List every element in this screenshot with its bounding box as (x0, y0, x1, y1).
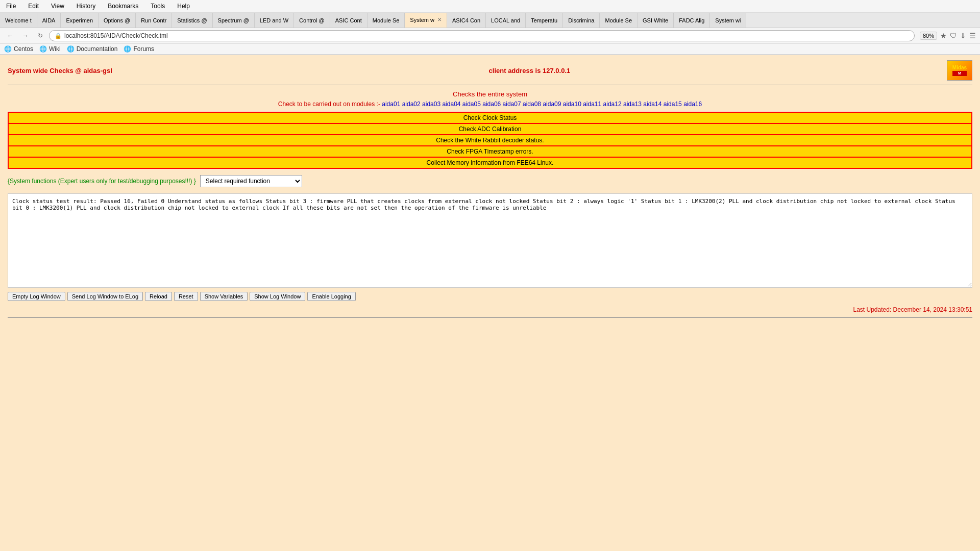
tab-local[interactable]: LOCAL and (486, 13, 526, 28)
address-bar: ← → ↻ 🔒 localhost:8015/AIDA/Check/Check.… (0, 28, 980, 44)
log-window[interactable]: Clock status test result: Passed 16, Fai… (8, 193, 972, 288)
tab-experiment[interactable]: Experimen (61, 13, 99, 28)
menu-tools[interactable]: Tools (149, 2, 167, 11)
show-variables-button[interactable]: Show Variables (200, 292, 248, 301)
security-icon: 🔒 (55, 33, 62, 39)
tab-welcome[interactable]: Welcome t (0, 13, 37, 28)
check-adc-calibration-button[interactable]: Check ADC Calibration (8, 123, 972, 135)
tab-fadc[interactable]: FADC Alig (674, 13, 710, 28)
check-fpga-timestamp-button[interactable]: Check FPGA Timestamp errors. (8, 146, 972, 157)
menu-view[interactable]: View (49, 2, 66, 11)
globe-icon-wiki: 🌐 (39, 45, 47, 53)
menu-help[interactable]: Help (175, 2, 192, 11)
module-link-aida02[interactable]: aida02 (402, 101, 421, 108)
back-button[interactable]: ← (4, 31, 16, 41)
empty-log-button[interactable]: Empty Log Window (8, 292, 65, 301)
tab-spectrum[interactable]: Spectrum @ (213, 13, 255, 28)
checks-section: Checks the entire system Check to be car… (8, 90, 972, 169)
menu-edit[interactable]: Edit (26, 2, 41, 11)
client-address: client address is 127.0.0.1 (489, 67, 571, 74)
send-log-elog-button[interactable]: Send Log Window to ELog (67, 292, 143, 301)
bookmarks-bar: 🌐 Centos 🌐 Wiki 🌐 Documentation 🌐 Forums (0, 44, 980, 55)
tab-control[interactable]: Control @ (294, 13, 330, 28)
download-icon[interactable]: ⇓ (960, 32, 966, 40)
header-divider (8, 85, 972, 85)
tab-options[interactable]: Options @ (99, 13, 136, 28)
collect-memory-button[interactable]: Collect Memory information from FEE64 Li… (8, 157, 972, 168)
url-box[interactable]: 🔒 localhost:8015/AIDA/Check/Check.tml (49, 30, 915, 41)
browser-chrome: File Edit View History Bookmarks Tools H… (0, 0, 980, 55)
module-link-aida09[interactable]: aida09 (543, 101, 561, 108)
module-link-aida04[interactable]: aida04 (442, 101, 460, 108)
modules-line: Check to be carried out on modules :- ai… (8, 101, 972, 108)
tab-aida[interactable]: AIDA (37, 13, 61, 28)
module-link-aida11[interactable]: aida11 (583, 101, 601, 108)
midas-logo: Midas M (947, 60, 972, 81)
module-link-aida13[interactable]: aida13 (623, 101, 642, 108)
checks-title: Checks the entire system (8, 90, 972, 98)
module-link-aida15[interactable]: aida15 (664, 101, 682, 108)
bookmark-star-icon[interactable]: ★ (940, 32, 947, 40)
enable-logging-button[interactable]: Enable Logging (307, 292, 355, 301)
tab-asic-cont[interactable]: ASIC Cont (330, 13, 368, 28)
tab-gsi-white[interactable]: GSI White (638, 13, 674, 28)
tab-temperature[interactable]: Temperatu (526, 13, 563, 28)
footer-divider (8, 317, 972, 318)
menu-icon[interactable]: ☰ (969, 32, 976, 40)
last-updated: Last Updated: December 14, 2024 13:30:51 (8, 306, 972, 313)
menu-file[interactable]: File (4, 2, 18, 11)
check-white-rabbit-button[interactable]: Check the White Rabbit decoder status. (8, 135, 972, 146)
tab-close-icon[interactable]: ✕ (437, 17, 442, 22)
module-link-aida06[interactable]: aida06 (482, 101, 501, 108)
bookmark-wiki[interactable]: 🌐 Wiki (39, 45, 61, 53)
page-content: System wide Checks @ aidas-gsl client ad… (0, 55, 980, 545)
menu-bookmarks[interactable]: Bookmarks (106, 2, 140, 11)
bookmark-documentation[interactable]: 🌐 Documentation (67, 45, 118, 53)
module-link-aida10[interactable]: aida10 (563, 101, 581, 108)
tab-statistics[interactable]: Statistics @ (172, 13, 212, 28)
address-icons: ★ 🛡 ⇓ ☰ (940, 32, 976, 40)
forward-button[interactable]: → (19, 31, 32, 41)
tab-bar: Welcome t AIDA Experimen Options @ Run C… (0, 13, 980, 28)
menu-bar: File Edit View History Bookmarks Tools H… (0, 0, 980, 13)
reset-button[interactable]: Reset (174, 292, 198, 301)
tab-run-control[interactable]: Run Contr (136, 13, 172, 28)
tab-discrimina[interactable]: Discrimina (563, 13, 600, 28)
zoom-level: 80% (920, 32, 937, 40)
module-link-aida14[interactable]: aida14 (643, 101, 662, 108)
globe-icon-centos: 🌐 (4, 45, 12, 53)
bottom-buttons: Empty Log Window Send Log Window to ELog… (8, 292, 972, 301)
module-link-aida03[interactable]: aida03 (422, 101, 440, 108)
page-title: System wide Checks @ aidas-gsl (8, 67, 112, 74)
check-clock-status-button[interactable]: Check Clock Status (8, 112, 972, 123)
tab-module-se2[interactable]: Module Se (600, 13, 638, 28)
tab-led[interactable]: LED and W (255, 13, 294, 28)
page-header: System wide Checks @ aidas-gsl client ad… (8, 60, 972, 81)
globe-icon-docs: 🌐 (67, 45, 75, 53)
system-functions-select[interactable]: Select required function (200, 175, 302, 187)
module-link-aida07[interactable]: aida07 (503, 101, 521, 108)
tab-system-w-active[interactable]: System w ✕ (405, 13, 447, 28)
tab-module-se[interactable]: Module Se (368, 13, 405, 28)
tab-asic4[interactable]: ASIC4 Con (447, 13, 486, 28)
reload-button[interactable]: ↻ (35, 31, 46, 41)
module-link-aida16[interactable]: aida16 (683, 101, 702, 108)
menu-history[interactable]: History (75, 2, 97, 11)
reload-button-bottom[interactable]: Reload (145, 292, 172, 301)
tab-system-wi2[interactable]: System wi (710, 13, 746, 28)
module-link-aida12[interactable]: aida12 (603, 101, 622, 108)
check-buttons-container: Check Clock Status Check ADC Calibration… (8, 112, 972, 169)
module-link-aida05[interactable]: aida05 (462, 101, 481, 108)
bookmark-forums[interactable]: 🌐 Forums (124, 45, 154, 53)
module-link-aida01[interactable]: aida01 (382, 101, 400, 108)
globe-icon-forums: 🌐 (124, 45, 131, 53)
url-text: localhost:8015/AIDA/Check/Check.tml (64, 32, 909, 39)
system-functions: {System functions (Expert users only for… (8, 175, 972, 187)
system-functions-label: {System functions (Expert users only for… (8, 178, 196, 185)
module-link-aida08[interactable]: aida08 (523, 101, 541, 108)
bookmark-centos[interactable]: 🌐 Centos (4, 45, 33, 53)
show-log-window-button[interactable]: Show Log Window (250, 292, 305, 301)
shield-icon: 🛡 (950, 32, 957, 40)
